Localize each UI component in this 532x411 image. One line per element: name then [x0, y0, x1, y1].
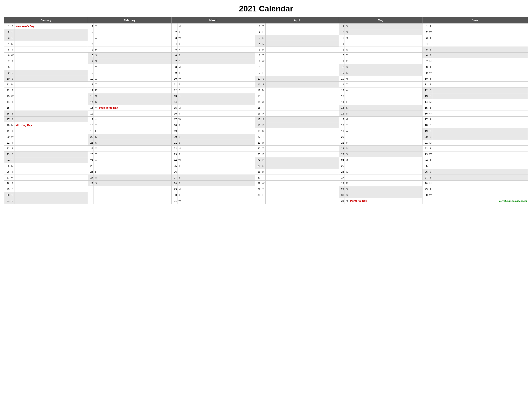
day-num-jan-15: 15: [4, 105, 10, 111]
day-event-jun-23: [433, 152, 528, 157]
day-event-jun-22: [433, 146, 528, 152]
day-num-mar-17: 17: [171, 116, 177, 122]
day-letter-may-26: W: [344, 169, 349, 175]
day-num-apr-20: 20: [255, 134, 261, 140]
day-event-may-12: [349, 87, 422, 93]
day-event-may-15: [349, 105, 422, 111]
day-letter-feb-9: T: [94, 70, 98, 76]
day-letter-feb-11: T: [94, 82, 98, 87]
day-letter-may-10: M: [344, 76, 349, 82]
day-event-feb-22: [98, 146, 171, 152]
day-num-jan-12: 12: [4, 87, 10, 93]
day-num-feb-25: 25: [88, 163, 94, 169]
day-letter-feb-30: [94, 192, 98, 198]
day-num-jun-27: 27: [422, 175, 428, 181]
day-event-jan-11: [15, 82, 88, 87]
day-letter-may-30: S: [344, 192, 349, 198]
day-event-may-3: [349, 35, 422, 41]
day-num-jan-1: 1: [4, 23, 10, 29]
day-event-jan-7: [15, 58, 88, 64]
day-letter-feb-31: [94, 198, 98, 204]
day-event-jan-18: M L King Day: [15, 122, 88, 128]
day-event-mar-28: [182, 181, 255, 186]
day-letter-feb-13: S: [94, 93, 98, 99]
day-num-apr-26: 26: [255, 169, 261, 175]
day-letter-feb-29: [94, 186, 98, 192]
day-letter-jan-27: W: [10, 175, 15, 181]
day-letter-apr-27: T: [261, 175, 266, 181]
day-event-feb-20: [98, 134, 171, 140]
day-event-may-11: [349, 82, 422, 87]
day-letter-jun-23: W: [428, 152, 433, 157]
day-num-jan-23: 23: [4, 152, 10, 157]
day-event-jun-27: [433, 175, 528, 181]
day-num-mar-10: 10: [171, 76, 177, 82]
day-num-mar-19: 19: [171, 128, 177, 134]
day-num-may-2: 2: [339, 29, 344, 35]
day-num-mar-14: 14: [171, 99, 177, 105]
day-letter-mar-25: T: [177, 163, 182, 169]
day-event-may-2: [349, 29, 422, 35]
day-event-feb-5: [98, 47, 171, 53]
day-num-feb-20: 20: [88, 134, 94, 140]
day-event-jun-2: [433, 29, 528, 35]
day-event-apr-6: [266, 53, 339, 58]
day-letter-jun-29: T: [428, 186, 433, 192]
day-event-may-30: [349, 192, 422, 198]
day-num-apr-11: 11: [255, 82, 261, 87]
day-letter-feb-12: F: [94, 87, 98, 93]
day-num-may-27: 27: [339, 175, 344, 181]
day-letter-may-23: S: [344, 152, 349, 157]
day-num-jun-10: 10: [422, 76, 428, 82]
day-event-mar-17: [182, 116, 255, 122]
day-letter-jun-26: S: [428, 169, 433, 175]
day-event-may-5: [349, 47, 422, 53]
day-letter-jun-25: F: [428, 163, 433, 169]
day-event-feb-30: [98, 192, 171, 198]
day-num-apr-4: 4: [255, 41, 261, 47]
day-num-may-16: 16: [339, 111, 344, 116]
day-letter-may-22: S: [344, 146, 349, 152]
day-event-jun-16: [433, 111, 528, 116]
day-num-mar-4: 4: [171, 41, 177, 47]
day-event-mar-21: [182, 140, 255, 146]
day-num-jun-1: 1: [422, 23, 428, 29]
day-num-apr-8: 8: [255, 64, 261, 70]
day-letter-may-4: T: [344, 41, 349, 47]
day-event-jan-9: [15, 70, 88, 76]
day-letter-apr-29: T: [261, 186, 266, 192]
day-letter-jan-14: T: [10, 99, 15, 105]
day-letter-jan-25: M: [10, 163, 15, 169]
day-event-mar-29: [182, 186, 255, 192]
day-event-jan-19: [15, 128, 88, 134]
day-letter-apr-2: F: [261, 29, 266, 35]
day-event-may-18: [349, 122, 422, 128]
day-num-apr-31: [255, 198, 261, 204]
day-event-jun-3: [433, 35, 528, 41]
day-num-may-5: 5: [339, 47, 344, 53]
day-num-apr-19: 19: [255, 128, 261, 134]
day-letter-jun-4: F: [428, 41, 433, 47]
day-event-mar-2: [182, 29, 255, 35]
day-num-apr-10: 10: [255, 76, 261, 82]
day-event-jun-9: [433, 70, 528, 76]
day-letter-feb-7: S: [94, 58, 98, 64]
day-num-mar-18: 18: [171, 122, 177, 128]
day-letter-may-27: T: [344, 175, 349, 181]
month-header-apr: April: [255, 17, 339, 23]
day-event-mar-3: [182, 35, 255, 41]
day-letter-mar-6: S: [177, 53, 182, 58]
day-letter-jan-2: S: [10, 29, 15, 35]
day-letter-jun-21: M: [428, 140, 433, 146]
day-num-apr-28: 28: [255, 181, 261, 186]
day-num-jun-17: 17: [422, 116, 428, 122]
day-num-apr-29: 29: [255, 186, 261, 192]
day-num-jan-29: 29: [4, 186, 10, 192]
day-num-feb-18: 18: [88, 122, 94, 128]
day-letter-feb-10: W: [94, 76, 98, 82]
day-num-jun-24: 24: [422, 157, 428, 163]
day-letter-jun-17: T: [428, 116, 433, 122]
day-num-jun-21: 21: [422, 140, 428, 146]
month-header-jan: January: [4, 17, 88, 23]
day-num-jun-5: 5: [422, 47, 428, 53]
